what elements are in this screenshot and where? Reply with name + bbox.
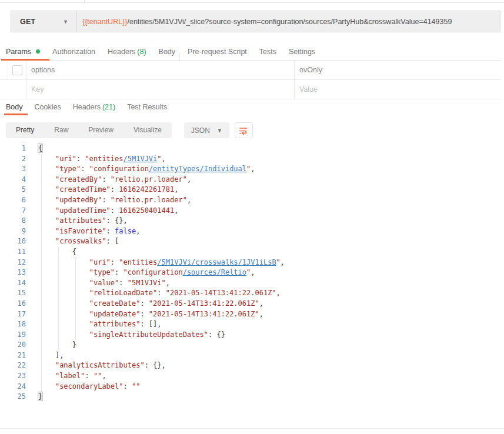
token-punc: : (106, 227, 115, 235)
headers-count-badge: (8) (137, 48, 146, 56)
token-punc: : (76, 155, 85, 163)
request-url-bar: GET ▼ {{tenantURL}}/entities/5M1VJVi/_sl… (11, 11, 500, 32)
tab-pre-request-script-label: Pre-request Script (188, 48, 247, 56)
top-divider (0, 2, 504, 3)
token-punc: : (115, 268, 123, 276)
token-key: "createdBy" (55, 175, 102, 183)
view-mode-visualize[interactable]: Visualize (124, 122, 172, 138)
token-str: "5M1VJVi" (128, 279, 166, 287)
param-checkbox[interactable] (12, 65, 22, 75)
token-punc: : [ (106, 237, 119, 245)
response-tab-cookies[interactable]: Cookies (35, 103, 61, 111)
token-num: 1616250401441 (119, 206, 174, 215)
tab-authorization[interactable]: Authorization (52, 48, 95, 56)
token-punc: , (259, 299, 263, 308)
line-number: 17 (0, 309, 26, 320)
token-brhl: } (38, 392, 42, 400)
line-number: 11 (0, 247, 26, 258)
code-content: "createdTime": 1616242261781, (26, 185, 178, 195)
code-content: "crosswalks": [ (26, 236, 119, 247)
token-punc: : (140, 310, 148, 318)
token-str: "entities (85, 155, 123, 163)
token-punc: : [], (140, 320, 161, 328)
code-content: "secondaryLabel": "" (26, 382, 140, 392)
json-link[interactable]: /entityTypes/Individual (149, 165, 246, 173)
url-input[interactable]: {{tenantURL}}/entities/5M1VJVi/_slice?so… (77, 11, 500, 32)
tab-pre-request-script[interactable]: Pre-request Script (188, 48, 247, 56)
code-content: "createDate": "2021-05-14T13:41:22.061Z"… (26, 299, 263, 309)
view-mode-pretty[interactable]: Pretty (6, 122, 44, 138)
token-punc: , (187, 196, 191, 204)
token-key: "uri" (55, 155, 76, 163)
token-key: "type" (89, 268, 115, 276)
param-value-cell[interactable]: ovOnly (295, 61, 500, 79)
json-link[interactable]: /sources/Reltio (183, 268, 246, 276)
tab-body[interactable]: Body (159, 48, 176, 56)
token-str: " (276, 258, 281, 266)
bottom-divider (0, 428, 504, 429)
token-punc: , (259, 310, 263, 318)
line-number: 21 (0, 350, 26, 361)
code-line: 7 "updatedTime": 1616250401441, (0, 206, 504, 216)
line-number: 1 (0, 143, 26, 154)
response-tab-headers[interactable]: Headers(21) (73, 103, 115, 111)
token-brhl: { (38, 144, 42, 152)
new-param-value-cell[interactable]: Value (295, 80, 500, 99)
empty-checkbox-cell (0, 80, 26, 99)
param-key-text: options (31, 66, 55, 74)
drag-handle-cell[interactable] (0, 61, 8, 79)
indent-guide (41, 154, 42, 392)
chevron-down-icon: ▼ (63, 19, 68, 25)
token-punc: : {} (208, 330, 225, 339)
token-str: "" (132, 382, 140, 390)
view-mode-preview[interactable]: Preview (78, 122, 124, 138)
line-number: 9 (0, 226, 26, 237)
line-number: 19 (0, 330, 26, 340)
token-key: "attributes" (55, 216, 106, 225)
json-link[interactable]: /5M1VJVi (124, 155, 158, 163)
token-punc: : (81, 165, 89, 173)
code-content: "isFavorite": false, (26, 226, 140, 237)
code-content: "type": "configuration/entityTypes/Indiv… (26, 164, 255, 175)
response-tab-test-results[interactable]: Test Results (127, 103, 167, 111)
token-punc: : (111, 258, 119, 266)
wrap-text-button[interactable] (235, 122, 253, 138)
token-punc: : (119, 279, 127, 287)
new-param-key-cell[interactable]: Key (26, 80, 295, 99)
response-view-toolbar: Pretty Raw Preview Visualize JSON ▼ (6, 122, 504, 138)
tab-settings[interactable]: Settings (289, 48, 315, 56)
token-punc: : (140, 299, 148, 308)
token-punc: : (124, 382, 132, 390)
line-number: 20 (0, 340, 26, 350)
token-str: " (157, 155, 161, 163)
token-punc: ], (55, 351, 64, 359)
response-tab-test-results-label: Test Results (127, 103, 167, 111)
code-content: } (26, 340, 76, 350)
param-key-cell[interactable]: options (26, 61, 295, 79)
view-mode-raw[interactable]: Raw (44, 122, 78, 138)
response-tab-body[interactable]: Body (6, 103, 23, 111)
tab-params[interactable]: Params (6, 48, 40, 56)
token-punc: , (136, 227, 140, 235)
format-dropdown[interactable]: JSON ▼ (184, 122, 229, 138)
token-key: "singleAttributeUpdateDates" (89, 330, 208, 339)
code-line: 2 "uri": "entities/5M1VJVi", (0, 154, 504, 165)
tab-headers[interactable]: Headers(8) (108, 48, 146, 56)
unsaved-params-dot-icon (36, 49, 40, 54)
json-link[interactable]: /5M1VJVi/crosswalks/1JV1iLsB (157, 258, 276, 266)
tab-tests[interactable]: Tests (259, 48, 276, 56)
token-punc: , (251, 165, 255, 173)
code-line: 24 "secondaryLabel": "" (0, 382, 504, 392)
token-punc: , (174, 206, 178, 215)
code-line: 10 "crosswalks": [ (0, 236, 504, 247)
token-punc: , (281, 258, 285, 266)
token-key: "isFavorite" (55, 227, 106, 235)
method-dropdown[interactable]: GET ▼ (11, 11, 77, 32)
code-content: "updatedBy": "reltio.pr.loader", (26, 195, 191, 206)
line-number: 14 (0, 278, 26, 289)
code-line: 3 "type": "configuration/entityTypes/Ind… (0, 164, 504, 175)
code-content: "createdBy": "reltio.pr.loader", (26, 175, 191, 185)
response-body-viewer: 1{2 "uri": "entities/5M1VJVi",3 "type": … (0, 143, 504, 402)
code-line: 9 "isFavorite": false, (0, 226, 504, 237)
method-label: GET (20, 18, 35, 26)
